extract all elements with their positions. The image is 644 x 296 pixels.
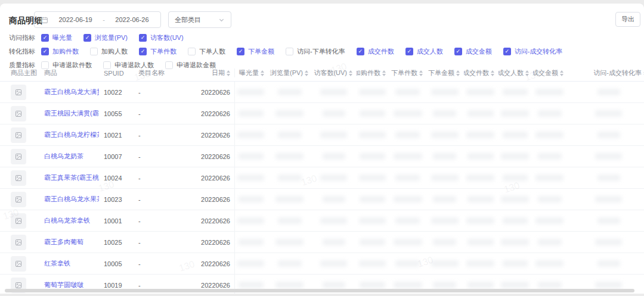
date-cell: 20220626 (193, 167, 235, 188)
column-header[interactable]: 加购件数 (357, 68, 390, 77)
date-end-value[interactable]: 2022-06-26 (110, 16, 154, 23)
metric-option[interactable]: 下单金额 (237, 47, 274, 56)
column-header[interactable]: 访问-成交转化率 (568, 68, 644, 77)
metric-option[interactable]: 浏览量(PV) (83, 33, 128, 42)
metric-option[interactable]: 访问-成交转化率 (503, 47, 563, 56)
checkbox-unchecked-icon[interactable] (90, 48, 98, 55)
product-name-link[interactable]: 白桃乌龙茶拿铁 (44, 216, 90, 225)
sort-icon[interactable] (382, 70, 386, 76)
category-select[interactable]: 全部类目 (168, 11, 231, 28)
metric-cell-redacted (533, 146, 568, 167)
metric-option-label: 访问-下单转化率 (297, 47, 345, 56)
metric-option[interactable]: 下单件数 (139, 47, 177, 56)
redacted-value-blur (320, 217, 347, 224)
redacted-value-blur (597, 260, 620, 267)
checkbox-checked-icon[interactable] (237, 48, 244, 55)
metric-cell-redacted (568, 232, 644, 253)
product-name-link[interactable]: 霸王白桃乌龙柠檬茶 (44, 130, 99, 139)
date-range-picker[interactable]: 2022-06-19 - 2022-06-26 (34, 11, 161, 28)
sort-icon[interactable] (261, 70, 264, 76)
redacted-value-blur (501, 110, 529, 117)
checkbox-checked-icon[interactable] (139, 34, 147, 42)
checkbox-checked-icon[interactable] (503, 48, 511, 55)
horizontal-scrollbar-thumb[interactable] (5, 289, 634, 292)
product-thumb-cell (0, 103, 42, 124)
redacted-value-blur (395, 89, 420, 95)
sort-icon[interactable] (419, 70, 423, 76)
redacted-value-blur (394, 282, 422, 288)
checkbox-unchecked-icon[interactable] (188, 48, 196, 55)
metric-cell-redacted (312, 253, 357, 274)
metric-cell-redacted (390, 124, 427, 145)
metric-option[interactable]: 成交金额 (454, 47, 492, 56)
checkbox-checked-icon[interactable] (357, 48, 364, 55)
category-cell: - (136, 189, 193, 210)
image-placeholder-icon (11, 127, 26, 143)
column-header[interactable]: 成交金额 (533, 68, 568, 77)
column-header[interactable]: 成交人数 (499, 68, 533, 77)
sort-icon[interactable] (491, 70, 494, 76)
checkbox-checked-icon[interactable] (41, 48, 49, 55)
checkbox-checked-icon[interactable] (405, 48, 413, 55)
product-name-link[interactable]: 霸王白桃乌龙水果茶 (44, 195, 99, 204)
product-name-link[interactable]: 霸王桃园大满贯(霸王桃) (44, 109, 99, 118)
redacted-value-blur (359, 132, 386, 138)
redacted-value-blur (395, 217, 420, 224)
date-start-value[interactable]: 2022-06-19 (53, 16, 98, 23)
metric-cell-redacted (533, 167, 568, 188)
metric-option[interactable]: 下单人数 (188, 47, 225, 56)
redacted-value-blur (320, 260, 347, 267)
metric-option[interactable]: 成交人数 (405, 47, 443, 56)
column-header[interactable]: 成交件数 (464, 68, 499, 77)
product-detail-panel: 商品明细 2022-06-19 - 2022-06-26 全部类目 导出 访问指… (0, 4, 644, 294)
column-header[interactable]: 日期 (193, 68, 235, 77)
product-name-link[interactable]: 红茶拿铁 (44, 259, 70, 268)
calendar-icon (41, 16, 48, 24)
metric-cell-redacted (427, 189, 464, 210)
sort-icon[interactable] (305, 70, 308, 76)
metric-option[interactable]: 曝光量 (41, 33, 72, 42)
redacted-value-blur (503, 260, 528, 267)
checkbox-unchecked-icon[interactable] (286, 48, 293, 55)
metric-option[interactable]: 访客数(UV) (139, 33, 184, 42)
metric-cell-redacted (499, 189, 533, 210)
sort-icon[interactable] (227, 70, 230, 76)
checkbox-checked-icon[interactable] (83, 34, 91, 42)
product-name-link[interactable]: 霸王白桃乌龙大满贯 (44, 88, 99, 96)
product-name-cell: 白桃乌龙茶拿铁 (42, 210, 101, 231)
redacted-value-blur (501, 282, 529, 288)
product-name-link[interactable]: 霸王多肉葡萄 (44, 238, 83, 247)
metric-cell-redacted (390, 232, 427, 253)
column-header[interactable]: 浏览量(PV) (268, 68, 312, 77)
redacted-value-blur (467, 153, 494, 160)
export-button[interactable]: 导出 (615, 12, 640, 27)
column-header[interactable]: 下单金额 (427, 68, 464, 77)
redacted-value-blur (239, 239, 264, 245)
redacted-value-blur (360, 282, 385, 288)
checkbox-checked-icon[interactable] (454, 48, 462, 55)
redacted-value-blur (237, 217, 264, 224)
sort-icon[interactable] (560, 70, 564, 76)
product-name-link[interactable]: 霸王真果茶(霸王桃) (44, 173, 99, 182)
metric-option[interactable]: 加购人数 (90, 47, 128, 56)
metric-cell-redacted (499, 146, 533, 167)
sort-icon[interactable] (456, 70, 460, 76)
column-header[interactable]: 曝光量 (235, 68, 268, 77)
metric-group-label: 转化指标 (9, 47, 41, 56)
metric-option[interactable]: 成交件数 (357, 47, 394, 56)
metric-cell-redacted (390, 82, 427, 102)
redacted-value-blur (535, 132, 564, 138)
sort-icon[interactable] (525, 70, 529, 76)
metric-option[interactable]: 加购件数 (41, 47, 79, 56)
category-select-value: 全部类目 (175, 15, 201, 24)
category-cell: - (136, 124, 193, 145)
metric-option[interactable]: 访问-下单转化率 (286, 47, 345, 56)
sort-icon[interactable] (349, 70, 352, 76)
checkbox-checked-icon[interactable] (139, 48, 147, 55)
redacted-value-blur (597, 132, 620, 138)
checkbox-checked-icon[interactable] (41, 34, 49, 42)
metric-option-label: 加购件数 (52, 47, 79, 56)
column-header[interactable]: 访客数(UV) (312, 68, 357, 77)
column-header[interactable]: 下单件数 (390, 68, 427, 77)
product-name-link[interactable]: 白桃乌龙奶茶 (44, 152, 83, 161)
